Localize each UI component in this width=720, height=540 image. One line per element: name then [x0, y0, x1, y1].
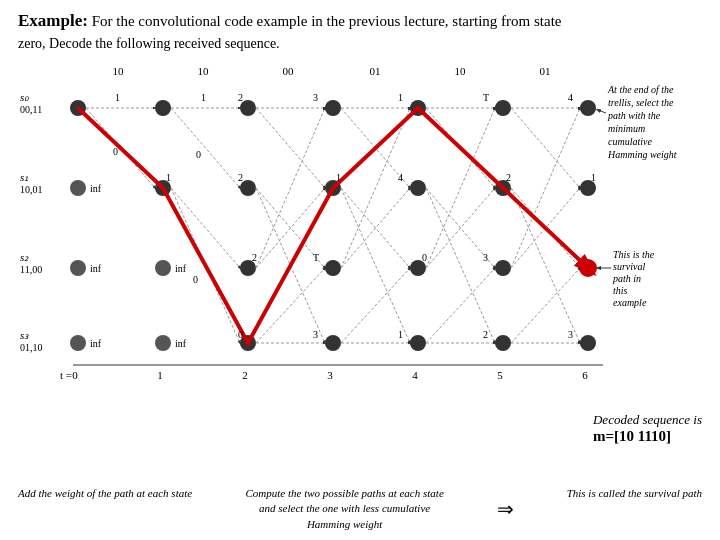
node-t0-s3 — [70, 335, 86, 351]
svg-text:0: 0 — [72, 369, 78, 381]
node-t3-s3 — [325, 335, 341, 351]
svg-text:2: 2 — [238, 172, 243, 183]
svg-text:example: example — [613, 297, 647, 308]
svg-text:this: this — [613, 285, 628, 296]
survival-called-annotation: This is called the survival path — [567, 486, 702, 501]
node-t3-s2 — [325, 260, 341, 276]
node-t1-s0 — [155, 100, 171, 116]
survival-path-annotation: This is the — [613, 249, 655, 260]
subtitle: zero, Decode the following received sequ… — [18, 36, 702, 52]
svg-line-31 — [341, 188, 410, 343]
node-t0-s1 — [70, 180, 86, 196]
node-t6-s0 — [580, 100, 596, 116]
svg-text:01: 01 — [540, 65, 551, 77]
node-t5-s3 — [495, 335, 511, 351]
svg-line-40 — [426, 108, 495, 268]
node-t4-s3 — [410, 335, 426, 351]
svg-text:3: 3 — [313, 329, 318, 340]
svg-line-18 — [171, 188, 240, 268]
title-line: Example: For the convolutional code exam… — [18, 10, 702, 32]
node-t1-s2 — [155, 260, 171, 276]
svg-text:1: 1 — [591, 172, 596, 183]
svg-text:inf: inf — [175, 263, 187, 274]
svg-text:1: 1 — [166, 172, 171, 183]
svg-text:1: 1 — [157, 369, 163, 381]
svg-text:4: 4 — [412, 369, 418, 381]
s1-bits: 10,01 — [20, 184, 43, 195]
decoded-section: Decoded sequence is m=[10 1110] — [593, 412, 702, 445]
svg-text:2: 2 — [506, 172, 511, 183]
s3-bits: 01,10 — [20, 342, 43, 353]
node-t1-s3 — [155, 335, 171, 351]
svg-text:0: 0 — [238, 329, 243, 340]
s0-label: s₀ — [20, 91, 29, 103]
svg-text:3: 3 — [483, 252, 488, 263]
svg-text:Hamming weight: Hamming weight — [607, 149, 677, 160]
decoded-value: m=[10 1110] — [593, 428, 702, 445]
svg-text:1: 1 — [336, 172, 341, 183]
svg-text:10: 10 — [198, 65, 210, 77]
svg-text:4: 4 — [568, 92, 573, 103]
node-t5-s0 — [495, 100, 511, 116]
svg-text:inf: inf — [90, 263, 102, 274]
compute-paths-annotation: Compute the two possible paths at each s… — [245, 486, 445, 532]
svg-text:4: 4 — [398, 172, 403, 183]
svg-text:1: 1 — [201, 92, 206, 103]
svg-line-47 — [511, 188, 580, 343]
node-t6-s3 — [580, 335, 596, 351]
svg-text:cumulative: cumulative — [608, 136, 652, 147]
decoded-label: Decoded sequence is — [593, 412, 702, 428]
svg-text:1: 1 — [115, 92, 120, 103]
svg-line-39 — [426, 188, 495, 343]
svg-text:1: 1 — [398, 92, 403, 103]
node-t0-s2 — [70, 260, 86, 276]
svg-text:path in: path in — [612, 273, 641, 284]
svg-text:0: 0 — [113, 146, 118, 157]
svg-line-91 — [598, 110, 606, 113]
s0-bits: 00,11 — [20, 104, 42, 115]
svg-line-17 — [171, 108, 240, 188]
example-label: Example: — [18, 11, 88, 30]
node-t5-s2 — [495, 260, 511, 276]
svg-text:3: 3 — [568, 329, 573, 340]
svg-text:T: T — [483, 92, 489, 103]
svg-text:3: 3 — [313, 92, 318, 103]
trellis-end-annotation: At the end of the — [607, 84, 674, 95]
svg-text:0: 0 — [193, 274, 198, 285]
svg-text:inf: inf — [90, 183, 102, 194]
svg-text:inf: inf — [175, 338, 187, 349]
svg-line-48 — [511, 108, 580, 268]
svg-text:survival: survival — [613, 261, 645, 272]
s1-label: s₁ — [20, 171, 28, 183]
node-t4-s1 — [410, 180, 426, 196]
page: Example: For the convolutional code exam… — [0, 0, 720, 540]
s2-label: s₂ — [20, 251, 29, 263]
svg-text:2: 2 — [483, 329, 488, 340]
svg-text:t =: t = — [60, 369, 72, 381]
svg-text:3: 3 — [327, 369, 333, 381]
svg-text:2: 2 — [252, 252, 257, 263]
bottom-annotations: Add the weight of the path at each state… — [18, 486, 702, 532]
svg-line-45 — [511, 108, 580, 188]
svg-text:T: T — [313, 252, 319, 263]
svg-text:path with the: path with the — [607, 110, 661, 121]
svg-text:2: 2 — [242, 369, 248, 381]
s3-label: s₃ — [20, 329, 29, 341]
svg-line-32 — [341, 108, 410, 268]
title-text: For the convolutional code example in th… — [88, 13, 562, 29]
trellis-svg: s₀ 00,11 s₁ 10,01 s₂ 11,00 s₃ 01,10 10 1… — [18, 58, 704, 388]
svg-text:10: 10 — [455, 65, 467, 77]
survival-path — [78, 108, 588, 343]
arrow-icon: ⇒ — [497, 497, 514, 521]
svg-text:0: 0 — [196, 149, 201, 160]
svg-text:6: 6 — [582, 369, 588, 381]
svg-text:00: 00 — [283, 65, 295, 77]
svg-line-21 — [256, 108, 325, 188]
svg-text:inf: inf — [90, 338, 102, 349]
svg-text:1: 1 — [398, 329, 403, 340]
trellis-diagram: s₀ 00,11 s₁ 10,01 s₂ 11,00 s₃ 01,10 10 1… — [18, 58, 704, 388]
node-t3-s0 — [325, 100, 341, 116]
svg-text:2: 2 — [238, 92, 243, 103]
add-weight-annotation: Add the weight of the path at each state — [18, 486, 192, 501]
svg-text:10: 10 — [113, 65, 125, 77]
